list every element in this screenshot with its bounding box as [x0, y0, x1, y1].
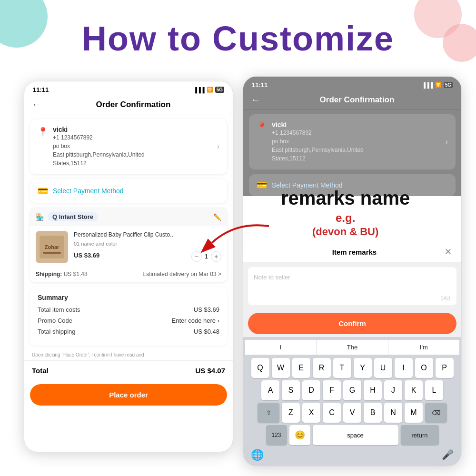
summary-value-1[interactable]: Enter code here ›	[172, 317, 219, 324]
key-J[interactable]: J	[384, 380, 402, 400]
address-name-left: vicki	[53, 126, 212, 133]
key-delete[interactable]: ⌫	[425, 403, 447, 423]
remarks-header: Item remarks ✕	[243, 240, 461, 262]
qty-control-left[interactable]: − 1 +	[191, 251, 221, 262]
total-bar-left: Total US $4.07	[24, 360, 233, 380]
shipping-est: Estimated delivery on Mar 03 >	[142, 271, 221, 278]
shipping-row-left: Shipping: US $1.48 Estimated delivery on…	[30, 268, 227, 282]
mic-key[interactable]: 🎤	[442, 449, 454, 461]
key-O[interactable]: O	[415, 358, 433, 378]
network-icon: 5G	[215, 87, 224, 93]
summary-row-0: Total item costs US $3.69	[38, 306, 219, 313]
address-phone-right: +1 1234567892	[272, 129, 441, 137]
back-button-left[interactable]: ←	[32, 99, 41, 110]
summary-row-2: Total shipping US $0.48	[38, 328, 219, 335]
summary-label-0: Total item costs	[38, 306, 80, 313]
key-X[interactable]: X	[302, 403, 320, 423]
wifi-icon-right: 🛜	[435, 82, 442, 88]
store-bar-left: 🏪 Q Infant Store ✏️	[30, 208, 227, 226]
address-info-left: vicki +1 1234567892 po box East pittsbur…	[53, 126, 212, 168]
key-E[interactable]: E	[292, 358, 310, 378]
key-K[interactable]: K	[405, 380, 423, 400]
address-zip-left: States,15112	[53, 159, 212, 168]
key-N[interactable]: N	[384, 403, 402, 423]
globe-key[interactable]: 🌐	[251, 449, 264, 461]
key-U[interactable]: U	[374, 358, 392, 378]
payment-card-left[interactable]: 💳 Select Payment Method	[30, 179, 227, 203]
key-F[interactable]: F	[323, 380, 341, 400]
qty-plus-btn[interactable]: +	[211, 251, 221, 262]
place-order-button[interactable]: Place order	[30, 384, 227, 406]
key-C[interactable]: C	[323, 403, 341, 423]
key-Z[interactable]: Z	[282, 403, 300, 423]
key-L[interactable]: L	[425, 380, 443, 400]
key-emoji[interactable]: 😊	[289, 425, 310, 445]
address-name-right: vicki	[272, 121, 441, 129]
address-box-left: po box	[53, 142, 212, 150]
summary-value-0: US $3.69	[194, 306, 219, 313]
address-info-right: vicki +1 1234567892 po box East pittsbur…	[272, 121, 441, 163]
key-return[interactable]: return	[401, 425, 439, 445]
key-S[interactable]: S	[282, 380, 300, 400]
keyboard-suggestions: I The I'm	[245, 340, 459, 355]
key-V[interactable]: V	[343, 403, 361, 423]
payment-row-right[interactable]: 💳 Select Payment Method	[249, 174, 456, 196]
key-B[interactable]: B	[364, 403, 382, 423]
kbd-suggest-2[interactable]: I'm	[388, 340, 459, 355]
edit-icon-left[interactable]: ✏️	[213, 213, 221, 221]
nav-title-left: Order Confirmation	[41, 100, 225, 109]
status-icons-left: ▐▐▐ 🛜 5G	[193, 87, 224, 93]
key-I[interactable]: I	[395, 358, 413, 378]
key-G[interactable]: G	[343, 380, 361, 400]
key-A[interactable]: A	[261, 380, 279, 400]
key-D[interactable]: D	[302, 380, 320, 400]
right-phone-mockup: 11:11 ▐▐▐ 🛜 5G ← Order Confirmation 📍 vi…	[243, 76, 462, 466]
key-space[interactable]: space	[313, 425, 398, 445]
remarks-placeholder: Note to seller	[254, 274, 290, 281]
keyboard[interactable]: I The I'm Q W E R T Y U I O P A S D	[243, 337, 461, 466]
summary-label-1: Promo Code	[38, 317, 72, 324]
key-Y[interactable]: Y	[354, 358, 372, 378]
confirm-button[interactable]: Confirm	[248, 313, 456, 334]
disclaimer-text: Upon clicking 'Place Order', I confirm I…	[24, 349, 233, 360]
kbd-suggest-1[interactable]: The	[317, 340, 388, 355]
product-variant-left: 01 name and color	[74, 241, 221, 247]
qty-minus-btn[interactable]: −	[191, 251, 202, 262]
svg-text:Zohar: Zohar	[45, 244, 60, 250]
address-city-left: East pittsburgh,Pennsylvania,United	[53, 150, 212, 159]
product-image-left: Zohar	[36, 231, 68, 263]
address-card-left[interactable]: 📍 vicki +1 1234567892 po box East pittsb…	[30, 119, 227, 174]
summary-row-1[interactable]: Promo Code Enter code here ›	[38, 317, 219, 324]
key-Q[interactable]: Q	[251, 358, 269, 378]
dark-top-section: 11:11 ▐▐▐ 🛜 5G ← Order Confirmation 📍 vi…	[243, 77, 461, 196]
summary-value-2: US $0.48	[194, 328, 219, 335]
back-button-right[interactable]: ←	[251, 94, 260, 105]
key-H[interactable]: H	[364, 380, 382, 400]
key-shift[interactable]: ⇧	[258, 403, 279, 423]
nav-title-right: Order Confirmation	[260, 95, 454, 105]
store-name-left: Q Infant Store	[48, 212, 98, 221]
product-info-left: Personalized Baby Pacifier Clip Custo...…	[74, 231, 221, 262]
store-icon-left: 🏪	[36, 213, 44, 221]
summary-section-left: Summary Total item costs US $3.69 Promo …	[30, 287, 227, 346]
address-card-right[interactable]: 📍 vicki +1 1234567892 po box East pittsb…	[249, 114, 456, 169]
key-P[interactable]: P	[436, 358, 454, 378]
key-R[interactable]: R	[313, 358, 331, 378]
kbd-suggest-0[interactable]: I	[245, 340, 317, 355]
total-label-left: Total	[32, 367, 49, 375]
shipping-cost: US $1.48	[64, 271, 88, 278]
key-T[interactable]: T	[333, 358, 351, 378]
key-M[interactable]: M	[405, 403, 423, 423]
product-row-left: Zohar Personalized Baby Pacifier Clip Cu…	[30, 226, 227, 268]
remarks-input-area[interactable]: Note to seller 0/51	[248, 267, 456, 305]
key-123[interactable]: 123	[266, 425, 287, 445]
summary-label-2: Total shipping	[38, 328, 76, 335]
nav-bar-left: ← Order Confirmation	[24, 95, 233, 114]
remarks-counter: 0/51	[441, 296, 451, 301]
product-name-left: Personalized Baby Pacifier Clip Custo...	[74, 231, 221, 239]
key-W[interactable]: W	[272, 358, 290, 378]
address-city-right: East pittsburgh,Pennsylvania,United	[272, 146, 441, 154]
close-button[interactable]: ✕	[445, 247, 452, 257]
kbd-row-3: ⇧ Z X C V B N M ⌫	[245, 403, 459, 423]
product-price-left: US $3.69	[74, 252, 99, 259]
